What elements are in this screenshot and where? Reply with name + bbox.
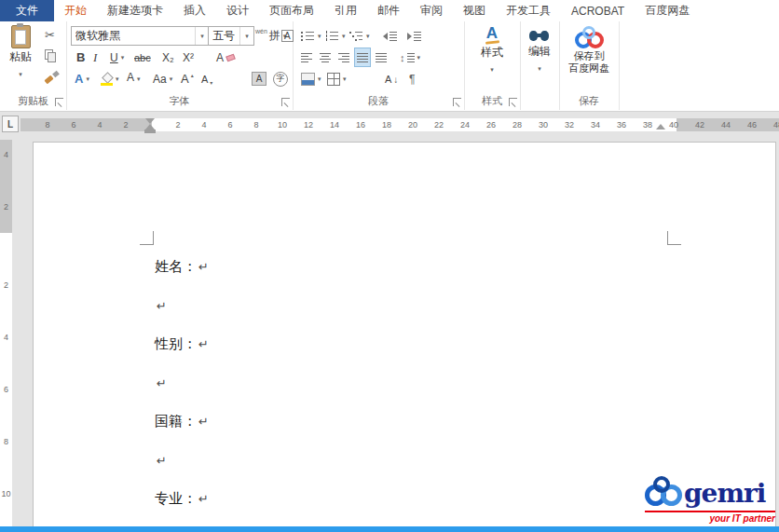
ruler-number: 28 (504, 118, 530, 131)
highlight-color-button[interactable] (98, 69, 122, 89)
ribbon-tab[interactable]: 开发工具 (496, 0, 561, 21)
paste-clipboard-icon (11, 25, 31, 48)
ruler-number: 2 (0, 259, 12, 311)
italic-button[interactable]: I (90, 48, 100, 67)
document-line[interactable]: 国籍：↵ (155, 402, 658, 441)
tab-stop-selector[interactable]: L (2, 116, 19, 132)
paragraph-mark-icon: ↵ (157, 454, 167, 468)
paragraph-mark-icon: ↵ (157, 299, 167, 313)
clipboard-dialog-launcher-icon[interactable] (55, 98, 63, 106)
increase-indent-button[interactable] (404, 26, 424, 46)
vertical-ruler[interactable]: 42 246810 (0, 140, 12, 526)
left-indent-marker[interactable] (144, 130, 156, 133)
font-group: 微软雅黑 五号 wén 拼 A B I U abc X₂ X² A A A Aa… (66, 21, 294, 110)
format-painter-button[interactable] (42, 67, 62, 87)
enclose-characters-icon: 字 (273, 72, 288, 87)
align-left-button[interactable] (298, 48, 315, 67)
enclose-characters-button[interactable]: 字 (270, 69, 291, 89)
decrease-indent-button[interactable] (380, 26, 400, 46)
subscript-button[interactable]: X₂ (159, 48, 177, 67)
ribbon-tab[interactable]: 新建选项卡 (97, 0, 173, 21)
chevron-down-icon[interactable] (195, 27, 209, 45)
copy-button[interactable] (42, 46, 60, 65)
clear-formatting-icon: A (216, 51, 224, 64)
ribbon-tab[interactable]: 页面布局 (259, 0, 324, 21)
font-color-button[interactable]: A (124, 69, 144, 89)
borders-button[interactable] (324, 69, 349, 89)
paste-button[interactable]: 粘贴 (3, 23, 38, 92)
grow-font-button[interactable]: A (178, 69, 197, 89)
ribbon-tab[interactable]: 百度网盘 (635, 0, 700, 21)
sort-button[interactable]: A (382, 69, 401, 89)
font-color-icon: A (127, 73, 134, 86)
styles-dialog-launcher-icon[interactable] (509, 98, 517, 106)
shading-button[interactable] (298, 69, 324, 89)
document-line[interactable]: 专业：↵ (155, 479, 658, 518)
document-line[interactable]: 姓名：↵ (155, 247, 658, 286)
indent-lines-icon (414, 31, 421, 42)
save-to-netdisk-button[interactable]: 保存到 百度网盘 (563, 24, 615, 89)
ribbon-tab[interactable]: 邮件 (367, 0, 410, 21)
paragraph-dialog-launcher-icon[interactable] (453, 98, 461, 106)
text-effects-button[interactable]: A (72, 69, 92, 89)
save-group-label: 保存 (559, 94, 619, 108)
bold-icon: B (76, 50, 85, 64)
font-dialog-launcher-icon[interactable] (281, 98, 290, 106)
paragraph-mark-icon: ↵ (198, 415, 209, 429)
subscript-icon: X₂ (162, 51, 174, 64)
justify-button[interactable] (354, 48, 371, 67)
bullet-list-button[interactable] (298, 26, 324, 46)
ribbon-tab[interactable]: 视图 (453, 0, 496, 21)
ribbon-tab[interactable]: 插入 (173, 0, 216, 21)
ribbon-tab[interactable]: ACROBAT (561, 0, 635, 21)
underline-button[interactable]: U (107, 48, 127, 67)
clipboard-group: 粘贴 剪贴板 (0, 21, 67, 110)
change-case-icon: Aa (153, 73, 167, 86)
strikethrough-button[interactable]: abc (131, 48, 154, 67)
document-line[interactable]: ↵ (155, 363, 658, 402)
document-line[interactable]: ↵ (155, 441, 658, 480)
up-arrow-icon (191, 72, 194, 78)
editing-button[interactable]: 编辑 (524, 25, 555, 89)
ruler-number: 26 (478, 118, 504, 131)
paragraph-group: A 段落 (293, 21, 465, 110)
clear-formatting-button[interactable]: A (213, 48, 238, 67)
baidu-netdisk-icon (575, 26, 603, 48)
shrink-font-button[interactable]: A (198, 69, 215, 89)
font-size-select[interactable]: 五号 (208, 26, 254, 46)
watermark-logo: gemri your IT partner (645, 476, 775, 524)
change-case-button[interactable]: Aa (150, 69, 175, 89)
distribute-icon (376, 52, 387, 63)
font-name-select[interactable]: 微软雅黑 (71, 26, 210, 46)
ruler-number: 30 (530, 118, 556, 131)
document-line[interactable]: 性别：↵ (155, 324, 658, 363)
numbered-list-button[interactable] (322, 26, 348, 46)
file-tab[interactable]: 文件 (0, 0, 54, 21)
line-spacing-button[interactable] (397, 48, 423, 67)
multilevel-list-button[interactable] (347, 26, 373, 46)
ruler-numbers: 2468101214161820222426283032343638404244… (165, 118, 779, 131)
align-center-button[interactable] (317, 48, 334, 67)
chevron-down-icon (19, 63, 22, 80)
show-marks-button[interactable] (406, 69, 417, 89)
document-line[interactable]: ↵ (155, 286, 658, 325)
align-left-icon (301, 52, 312, 63)
ribbon-tab[interactable]: 审阅 (410, 0, 453, 21)
vertical-ruler-top-numbers: 42 (0, 140, 12, 233)
ribbon-tab[interactable]: 设计 (216, 0, 259, 21)
character-shading-button[interactable]: A (249, 69, 269, 89)
shading-icon (301, 73, 315, 86)
document-page[interactable]: 姓名：↵ ↵ 性别：↵ ↵ 国籍：↵ ↵ (33, 142, 776, 527)
right-indent-marker[interactable] (656, 124, 665, 130)
bold-button[interactable]: B (74, 48, 88, 67)
cut-button[interactable] (42, 25, 58, 45)
superscript-button[interactable]: X² (180, 48, 197, 67)
distribute-button[interactable] (373, 48, 390, 67)
line-text: 性别： (155, 335, 197, 351)
chevron-down-icon[interactable] (239, 27, 253, 45)
ribbon-tab[interactable]: 引用 (324, 0, 367, 21)
align-right-button[interactable] (335, 48, 352, 67)
styles-button[interactable]: A 样式 (472, 25, 512, 89)
tab-home[interactable]: 开始 (54, 0, 97, 21)
ruler-number: 12 (295, 118, 321, 131)
